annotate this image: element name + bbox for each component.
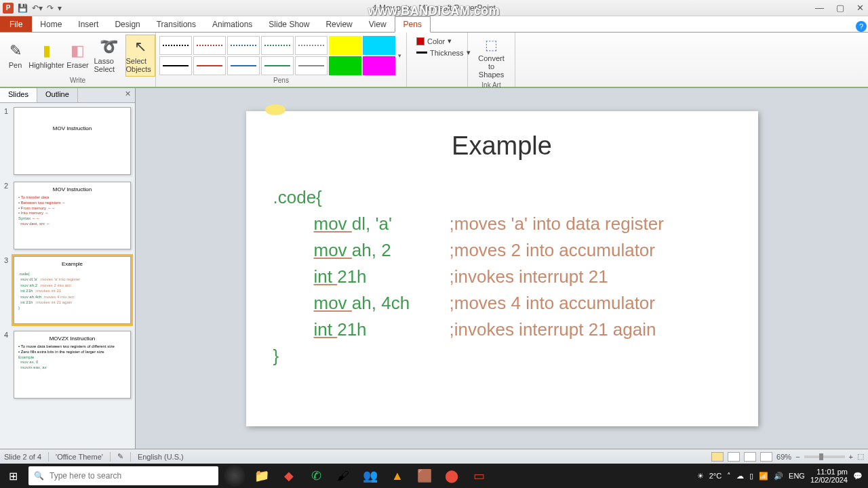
- view-sorter-icon[interactable]: [728, 452, 740, 462]
- pen-style[interactable]: [159, 36, 192, 55]
- tab-review[interactable]: Review: [317, 17, 360, 32]
- taskbar-clock[interactable]: 11:01 pm 12/02/2024: [810, 468, 848, 484]
- pen-style[interactable]: [159, 56, 192, 75]
- weather-icon[interactable]: ☀: [697, 472, 704, 481]
- help-icon[interactable]: ?: [856, 21, 867, 32]
- zoom-in-icon[interactable]: +: [849, 453, 853, 461]
- tab-slideshow[interactable]: Slide Show: [260, 17, 317, 32]
- ribbon-group-color: Color ▾ Thickness ▾: [407, 33, 468, 87]
- tab-file[interactable]: File: [0, 16, 32, 32]
- taskbar-app[interactable]: ◆: [275, 464, 302, 488]
- spellcheck-icon[interactable]: ✎: [117, 452, 123, 461]
- select-objects-button[interactable]: ↖Select Objects: [125, 35, 155, 77]
- zoom-slider[interactable]: [804, 455, 845, 458]
- tab-transitions[interactable]: Transitions: [149, 17, 204, 32]
- slide-title[interactable]: Example: [273, 131, 731, 161]
- language-indicator[interactable]: ENG: [789, 472, 805, 480]
- color-swatch-icon: [416, 37, 425, 45]
- pen-style[interactable]: [227, 36, 260, 55]
- qat-dropdown-icon[interactable]: ▾: [58, 3, 62, 13]
- pen-style[interactable]: [261, 36, 294, 55]
- taskbar-explorer[interactable]: 📁: [248, 464, 275, 488]
- pen-gallery[interactable]: [159, 36, 395, 75]
- thumbnail-list[interactable]: 1 MOV Instruction 2 MOV Instruction• To …: [0, 103, 135, 449]
- color-picker[interactable]: Color ▾: [416, 37, 471, 45]
- battery-icon[interactable]: ▯: [749, 472, 753, 481]
- volume-icon[interactable]: 🔊: [774, 472, 783, 481]
- cloud-icon[interactable]: ☁: [736, 472, 744, 481]
- tab-outline[interactable]: Outline: [37, 88, 78, 102]
- pen-style[interactable]: [193, 56, 226, 75]
- tab-insert[interactable]: Insert: [70, 17, 106, 32]
- pen-icon: ✎: [9, 42, 22, 60]
- status-language: English (U.S.): [138, 453, 184, 461]
- pen-button[interactable]: ✎Pen: [1, 35, 31, 77]
- slide-thumb-1[interactable]: 1 MOV Instruction: [4, 107, 131, 175]
- pen-style[interactable]: [227, 56, 260, 75]
- tab-design[interactable]: Design: [106, 17, 148, 32]
- view-slideshow-icon[interactable]: [760, 452, 772, 462]
- pen-style[interactable]: [295, 56, 328, 75]
- minimize-icon[interactable]: —: [815, 3, 824, 13]
- taskbar-teams[interactable]: 👥: [357, 464, 384, 488]
- slide-panel: Slides Outline ✕ 1 MOV Instruction 2 MOV…: [0, 88, 136, 449]
- highlighter-magenta[interactable]: [363, 56, 395, 75]
- panel-tabs: Slides Outline ✕: [0, 88, 135, 103]
- taskbar-app[interactable]: 🖌: [330, 464, 357, 488]
- ribbon-tabs: File Home Insert Design Transitions Anim…: [0, 16, 868, 33]
- taskbar-record[interactable]: ⬤: [438, 464, 465, 488]
- fit-icon[interactable]: ⬚: [857, 452, 864, 461]
- current-slide[interactable]: Example .code{ mov dl, 'a';moves 'a' int…: [246, 111, 758, 426]
- tab-animations[interactable]: Animations: [204, 17, 260, 32]
- convert-to-shapes-button[interactable]: ⬚ Convert to Shapes: [472, 34, 511, 81]
- slide-thumb-2[interactable]: 2 MOV Instruction• To transfer data• Bet…: [4, 182, 131, 249]
- view-normal-icon[interactable]: [711, 452, 724, 462]
- redo-icon[interactable]: ↷: [47, 3, 54, 13]
- slide-body[interactable]: .code{ mov dl, 'a';moves 'a' into data r…: [273, 184, 731, 369]
- tab-pens[interactable]: Pens: [395, 16, 431, 33]
- ribbon-group-write: ✎Pen ▮Highlighter ◧Eraser ➰Lasso Select …: [0, 33, 156, 87]
- lasso-button[interactable]: ➰Lasso Select: [94, 35, 124, 77]
- ribbon-group-inkart: ⬚ Convert to Shapes Ink Art: [468, 33, 515, 87]
- save-icon[interactable]: 💾: [18, 3, 28, 13]
- slide-thumb-3[interactable]: 3 Example.code{ mov dl,'a' ;moves 'a' in…: [4, 256, 131, 324]
- pen-style[interactable]: [193, 36, 226, 55]
- eraser-button[interactable]: ◧Eraser: [63, 35, 93, 77]
- taskbar-app[interactable]: 🟫: [411, 464, 438, 488]
- highlighter-button[interactable]: ▮Highlighter: [32, 35, 62, 77]
- notifications-icon[interactable]: 💬: [853, 472, 863, 481]
- close-icon[interactable]: ✕: [856, 3, 864, 13]
- taskbar-whatsapp[interactable]: ✆: [302, 464, 330, 488]
- pen-style[interactable]: [295, 36, 328, 55]
- tab-slides[interactable]: Slides: [0, 88, 37, 102]
- start-button[interactable]: ⊞: [0, 464, 26, 488]
- thickness-picker[interactable]: Thickness ▾: [416, 48, 471, 57]
- highlighter-yellow[interactable]: [329, 36, 361, 55]
- tab-view[interactable]: View: [361, 17, 395, 32]
- zoom-out-icon[interactable]: −: [795, 453, 800, 461]
- status-theme: 'Office Theme': [56, 453, 103, 461]
- bandicam-watermark: www.BANDICAM.com: [368, 4, 500, 18]
- ribbon-group-pens: ▾ Pens: [156, 33, 407, 87]
- highlighter-green[interactable]: [329, 56, 361, 75]
- pen-style[interactable]: [261, 56, 294, 75]
- slide-editor[interactable]: Example .code{ mov dl, 'a';moves 'a' int…: [136, 88, 868, 449]
- view-reading-icon[interactable]: [744, 452, 756, 462]
- undo-icon[interactable]: ↶▾: [32, 3, 43, 13]
- group-label-pens: Pens: [273, 77, 289, 85]
- highlighter-icon: ▮: [43, 42, 51, 60]
- windows-taskbar: ⊞ 🔍 Type here to search 📁 ◆ ✆ 🖌 👥 ▲ 🟫 ⬤ …: [0, 464, 868, 488]
- work-area: Slides Outline ✕ 1 MOV Instruction 2 MOV…: [0, 88, 868, 449]
- tray-chevron-icon[interactable]: ˄: [727, 472, 731, 481]
- slide-thumb-4[interactable]: 4 MOVZX Instruction• To move data betwee…: [4, 331, 131, 399]
- panel-close-icon[interactable]: ✕: [121, 88, 135, 102]
- wifi-icon[interactable]: 📶: [759, 472, 768, 481]
- taskbar-vlc[interactable]: ▲: [384, 464, 411, 488]
- taskbar-powerpoint[interactable]: ▭: [465, 464, 492, 488]
- maximize-icon[interactable]: ▢: [836, 3, 844, 13]
- gallery-more-icon[interactable]: ▾: [397, 52, 403, 59]
- cortana-icon[interactable]: [224, 465, 245, 487]
- taskbar-search[interactable]: 🔍 Type here to search: [28, 466, 218, 485]
- highlighter-cyan[interactable]: [363, 36, 395, 55]
- tab-home[interactable]: Home: [32, 17, 70, 32]
